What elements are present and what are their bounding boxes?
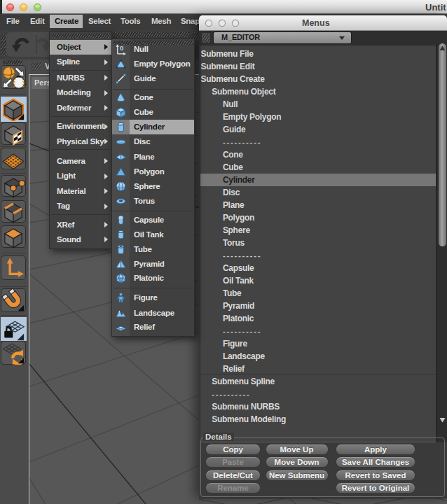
svg-text:0: 0 bbox=[120, 43, 123, 51]
